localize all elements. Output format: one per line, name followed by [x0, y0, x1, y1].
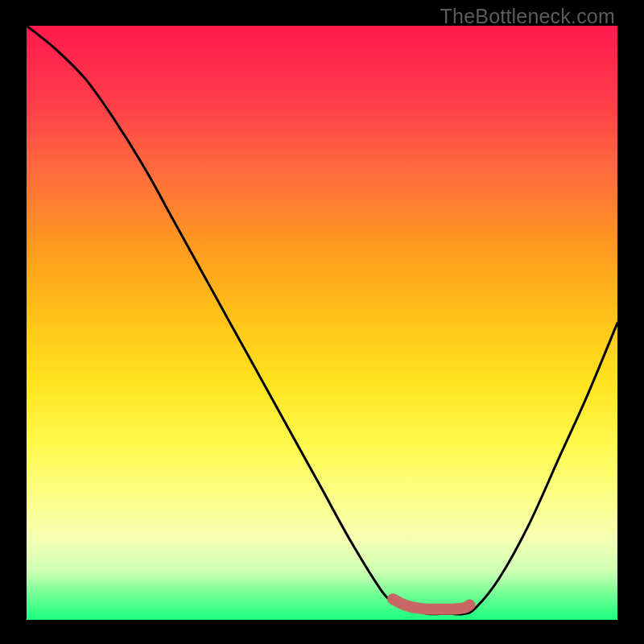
plot-area [27, 26, 617, 620]
optimal-band-line [393, 599, 469, 609]
watermark-text: TheBottleneck.com [440, 5, 615, 28]
bottleneck-curve [27, 26, 617, 614]
chart-frame: TheBottleneck.com [0, 0, 644, 644]
chart-svg [27, 26, 617, 620]
